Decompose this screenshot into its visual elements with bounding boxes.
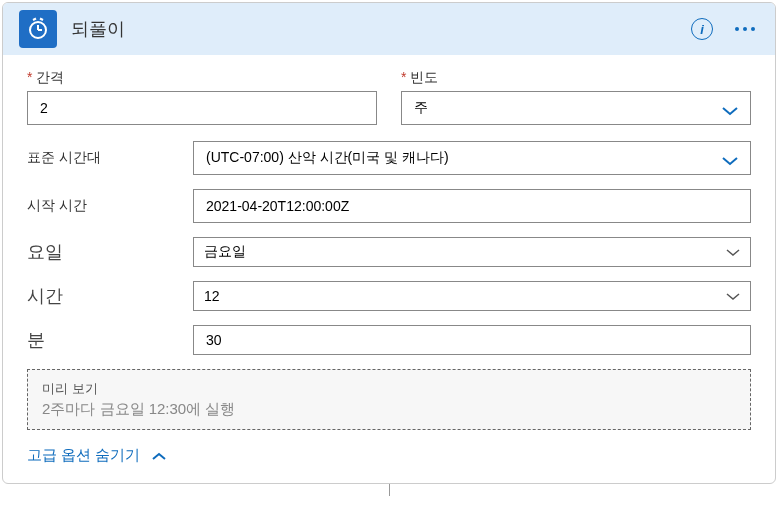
preview-text: 2주마다 금요일 12:30에 실행 [42, 400, 736, 419]
card-body: *간격 *빈도 주 표준 시간대 (UTC-07:00 [3, 55, 775, 483]
preview-title: 미리 보기 [42, 380, 736, 398]
info-icon[interactable]: i [691, 18, 713, 40]
preview-box: 미리 보기 2주마다 금요일 12:30에 실행 [27, 369, 751, 430]
more-icon[interactable] [731, 23, 759, 35]
required-star: * [27, 69, 32, 85]
card-header[interactable]: 되풀이 i [3, 3, 775, 55]
days-select[interactable]: 금요일 [193, 237, 751, 267]
minutes-label: 분 [27, 328, 193, 352]
hide-advanced-link[interactable]: 고급 옵션 숨기기 [27, 446, 751, 465]
minutes-input[interactable] [193, 325, 751, 355]
card-title: 되풀이 [71, 17, 691, 41]
svg-line-3 [33, 19, 36, 21]
recurrence-card: 되풀이 i *간격 *빈도 주 [2, 2, 776, 484]
frequency-select[interactable]: 주 [401, 91, 751, 125]
chevron-down-icon [726, 244, 740, 260]
timezone-select[interactable]: (UTC-07:00) 산악 시간(미국 및 캐나다) [193, 141, 751, 175]
interval-input[interactable] [27, 91, 377, 125]
svg-line-4 [40, 19, 43, 21]
hours-label: 시간 [27, 284, 193, 308]
chevron-up-icon [152, 447, 166, 464]
chevron-down-icon [726, 288, 740, 304]
timezone-label: 표준 시간대 [27, 149, 193, 167]
connector-line [389, 484, 390, 496]
chevron-down-icon [722, 153, 738, 163]
hours-select[interactable]: 12 [193, 281, 751, 311]
required-star: * [401, 69, 406, 85]
frequency-label: *빈도 [401, 69, 751, 87]
interval-label: *간격 [27, 69, 377, 87]
days-label: 요일 [27, 240, 193, 264]
recurrence-icon [19, 10, 57, 48]
chevron-down-icon [722, 103, 738, 113]
start-time-input[interactable] [193, 189, 751, 223]
start-time-label: 시작 시간 [27, 197, 193, 215]
connector [2, 484, 776, 498]
